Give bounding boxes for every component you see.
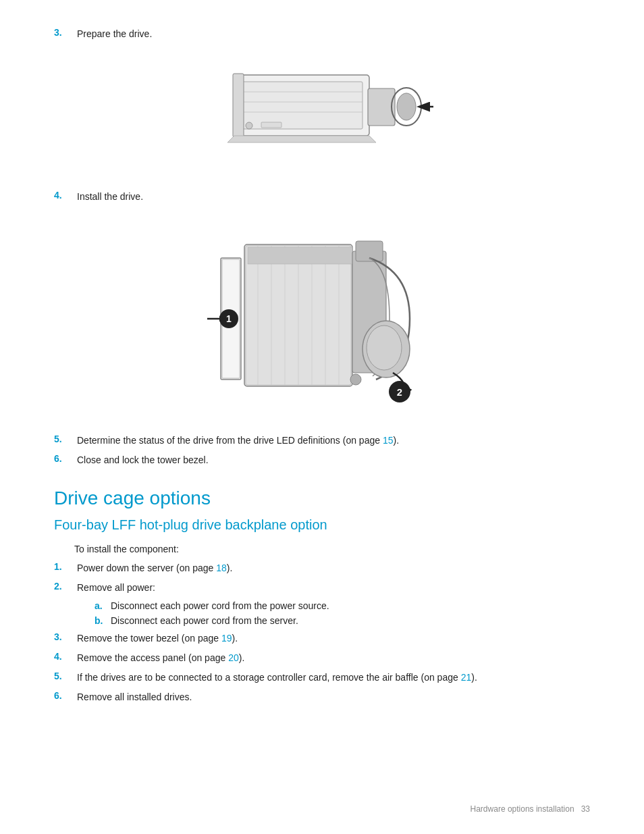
drive-illustration-2: 1	[200, 217, 444, 413]
bottom-step-5: 5. If the drives are to be connected to …	[54, 671, 590, 685]
sub-step-b: b. Disconnect each power cord from the s…	[95, 615, 590, 626]
sub-step-b-text: Disconnect each power cord from the serv…	[111, 615, 298, 626]
bottom-step-3-text: Remove the tower bezel (on page 19).	[77, 631, 238, 646]
section-title: Drive cage options	[54, 488, 590, 509]
drive-image-1-container	[54, 55, 590, 170]
step-3: 3. Prepare the drive.	[54, 27, 590, 41]
footer-page: 33	[581, 804, 590, 814]
bottom-step-4-link[interactable]: 20	[228, 652, 239, 663]
bottom-step-1-text: Power down the server (on page 18).	[77, 561, 232, 575]
sub-step-a: a. Disconnect each power cord from the p…	[95, 600, 590, 611]
step-6-text: Close and lock the tower bezel.	[77, 453, 209, 467]
step-4: 4. Install the drive.	[54, 190, 590, 204]
bottom-step-1: 1. Power down the server (on page 18).	[54, 561, 590, 575]
step-4-text: Install the drive.	[77, 190, 143, 204]
step-5-text: Determine the status of the drive from t…	[77, 434, 399, 448]
bottom-step-2: 2. Remove all power:	[54, 581, 590, 595]
bottom-step-3-number: 3.	[54, 631, 74, 642]
step-4-number: 4.	[54, 190, 74, 201]
bottom-step-2-text: Remove all power:	[77, 581, 155, 595]
svg-text:1: 1	[226, 313, 232, 324]
svg-rect-5	[233, 74, 244, 137]
step-3-number: 3.	[54, 27, 74, 38]
step-6-number: 6.	[54, 453, 74, 464]
sub-step-a-letter: a.	[95, 600, 111, 611]
bottom-step-5-number: 5.	[54, 671, 74, 681]
step-3-text: Prepare the drive.	[77, 27, 152, 41]
svg-point-32	[367, 325, 402, 370]
bottom-step-4: 4. Remove the access panel (on page 20).	[54, 651, 590, 665]
svg-text:2: 2	[397, 386, 402, 398]
footer-text: Hardware options installation	[471, 804, 574, 814]
sub-step-b-letter: b.	[95, 615, 111, 626]
step-5-link[interactable]: 15	[383, 435, 394, 446]
step-6: 6. Close and lock the tower bezel.	[54, 453, 590, 467]
svg-rect-8	[368, 88, 395, 126]
svg-rect-7	[261, 122, 281, 128]
drive-image-2-container: 1	[54, 217, 590, 413]
bottom-step-6-number: 6.	[54, 690, 74, 701]
page-content: 3. Prepare the drive.	[0, 0, 644, 750]
bottom-step-3: 3. Remove the tower bezel (on page 19).	[54, 631, 590, 646]
bottom-step-3-link[interactable]: 19	[221, 633, 232, 644]
subsection-title: Four-bay LFF hot-plug drive backplane op…	[54, 517, 590, 533]
bottom-step-5-text: If the drives are to be connected to a s…	[77, 671, 477, 685]
svg-rect-28	[248, 247, 352, 264]
step-5-number: 5.	[54, 434, 74, 444]
svg-point-10	[397, 93, 416, 120]
svg-point-33	[350, 374, 361, 385]
intro-text: To install the component:	[74, 544, 590, 554]
bottom-step-6: 6. Remove all installed drives.	[54, 690, 590, 704]
bottom-step-1-link[interactable]: 18	[216, 563, 227, 573]
step-5: 5. Determine the status of the drive fro…	[54, 434, 590, 448]
bottom-step-5-link[interactable]: 21	[461, 672, 472, 683]
bottom-step-1-number: 1.	[54, 561, 74, 572]
page-footer: Hardware options installation 33	[471, 804, 590, 814]
svg-rect-1	[241, 82, 363, 129]
bottom-step-2-number: 2.	[54, 581, 74, 592]
drive-illustration-1	[194, 55, 450, 170]
bottom-step-4-number: 4.	[54, 651, 74, 662]
bottom-step-4-text: Remove the access panel (on page 20).	[77, 651, 244, 665]
bottom-step-6-text: Remove all installed drives.	[77, 690, 192, 704]
svg-point-6	[246, 122, 252, 129]
sub-step-a-text: Disconnect each power cord from the powe…	[111, 600, 329, 611]
